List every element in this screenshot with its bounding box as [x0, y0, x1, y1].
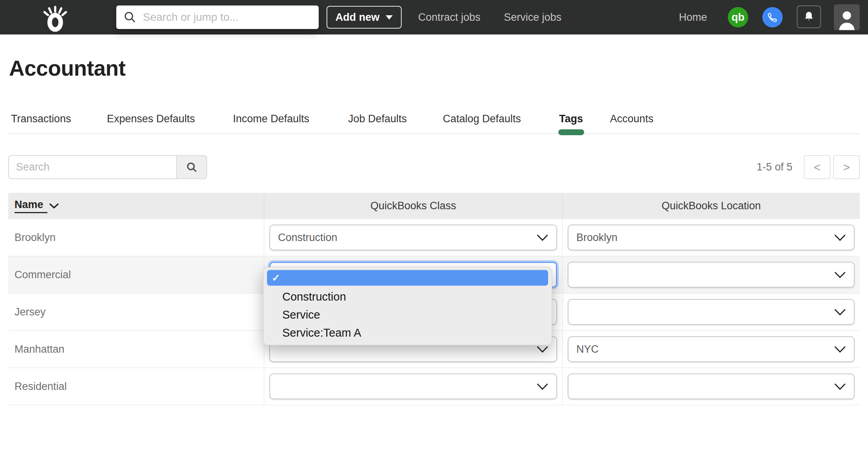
table-header-row: Name QuickBooks Class QuickBooks Locatio… [8, 193, 860, 219]
add-new-button[interactable]: Add new [327, 6, 402, 29]
location-select-residential[interactable] [568, 373, 855, 399]
checkmark-icon: ✓ [272, 272, 280, 284]
tag-search-input[interactable] [8, 155, 176, 179]
dropdown-option-service[interactable]: Service [263, 306, 552, 324]
tag-name-cell: Manhattan [8, 331, 264, 368]
search-icon [186, 161, 198, 174]
tag-search-button[interactable] [176, 155, 207, 179]
nav-link-service-jobs[interactable]: Service jobs [504, 0, 561, 34]
selected-location-value: NYC [576, 343, 834, 355]
tab-expenses-defaults[interactable]: Expenses Defaults [107, 113, 195, 125]
tag-name-cell: Commercial [8, 256, 264, 293]
page-title: Accountant [9, 56, 126, 81]
table-row: Residential [8, 368, 860, 405]
chevron-down-icon [536, 383, 549, 390]
tab-income-defaults[interactable]: Income Defaults [233, 113, 309, 125]
global-search [116, 5, 319, 29]
search-icon [123, 11, 137, 24]
tag-name-cell: Residential [8, 368, 264, 405]
sort-desc-icon [49, 203, 59, 209]
tag-search-group [8, 155, 207, 179]
tag-name-cell: Brooklyn [8, 219, 264, 256]
chevron-down-icon [834, 234, 846, 241]
class-select-residential[interactable] [269, 373, 557, 399]
tab-transactions[interactable]: Transactions [11, 113, 71, 125]
dropdown-option-construction[interactable]: Construction [263, 288, 552, 306]
class-dropdown-menu: ✓ Construction Service Service:Team A [263, 267, 552, 345]
phone-icon [767, 11, 778, 23]
tab-accounts[interactable]: Accounts [610, 113, 653, 125]
top-navigation-bar: Add new Contract jobs Service jobs Home … [0, 0, 868, 34]
selected-location-value: Brooklyn [576, 232, 834, 244]
selected-class-value: Construction [278, 232, 536, 244]
global-search-input[interactable] [143, 11, 312, 24]
column-header-name: Name [8, 193, 264, 219]
person-icon [836, 8, 858, 30]
nav-link-home[interactable]: Home [679, 0, 707, 34]
add-new-label: Add new [336, 11, 380, 24]
location-select-brooklyn[interactable]: Brooklyn [568, 225, 855, 250]
tab-catalog-defaults[interactable]: Catalog Defaults [443, 113, 521, 125]
chevron-down-icon [536, 346, 549, 353]
chevron-down-icon [834, 383, 846, 390]
tag-name-cell: Jersey [8, 294, 264, 330]
dropdown-option-service-team-a[interactable]: Service:Team A [263, 324, 552, 342]
location-select-jersey[interactable] [568, 299, 855, 325]
pagination-next-button[interactable]: > [833, 155, 860, 179]
pagination-range-label: 1-5 of 5 [756, 161, 792, 173]
accountant-page: Add new Contract jobs Service jobs Home … [0, 0, 868, 473]
burst-o-logo-icon [42, 4, 69, 32]
dropdown-option-blank-selected[interactable]: ✓ [267, 270, 548, 286]
chevron-down-icon [834, 308, 846, 316]
phone-button[interactable] [762, 7, 783, 27]
sort-by-name[interactable]: Name [14, 199, 47, 213]
company-logo[interactable] [42, 4, 69, 32]
location-select-commercial[interactable] [568, 262, 855, 288]
class-select-brooklyn[interactable]: Construction [269, 225, 557, 250]
nav-link-contract-jobs[interactable]: Contract jobs [418, 0, 480, 34]
caret-down-icon [386, 15, 393, 20]
table-row: Brooklyn Construction Brooklyn [8, 219, 860, 256]
bell-icon [803, 10, 815, 24]
tab-job-defaults[interactable]: Job Defaults [348, 113, 407, 125]
chevron-down-icon [536, 234, 549, 241]
settings-tab-bar: Transactions Expenses Defaults Income De… [8, 113, 860, 134]
quickbooks-button[interactable]: qb [728, 7, 748, 27]
chevron-down-icon [834, 271, 846, 279]
pagination-prev-button[interactable]: < [804, 155, 830, 179]
tab-tags[interactable]: Tags [559, 113, 583, 125]
pagination: 1-5 of 5 < > [756, 155, 860, 179]
table-toolbar: 1-5 of 5 < > [8, 155, 860, 179]
location-select-manhattan[interactable]: NYC [568, 336, 855, 362]
column-header-quickbooks-class: QuickBooks Class [264, 193, 563, 219]
notifications-button[interactable] [797, 5, 821, 28]
user-avatar-button[interactable] [834, 4, 860, 30]
chevron-down-icon [834, 346, 846, 353]
column-header-quickbooks-location: QuickBooks Location [563, 193, 860, 219]
